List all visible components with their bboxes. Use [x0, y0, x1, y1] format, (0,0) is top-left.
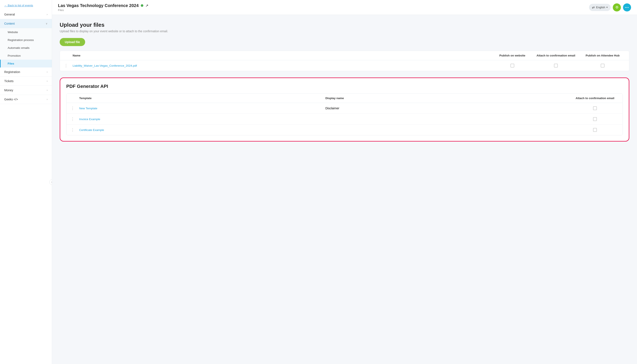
- publish-hub-checkbox-cell: [580, 64, 625, 68]
- chevron-right-icon: ›: [47, 89, 48, 92]
- sidebar-item-tickets[interactable]: Tickets ›: [0, 76, 52, 86]
- event-title-text: Las Vegas Technology Conference 2024: [58, 3, 139, 8]
- table-row: ⋮ Certificate Example: [67, 124, 622, 135]
- col-template-header: Template: [79, 96, 326, 100]
- sidebar-item-registration-process[interactable]: Registration process: [0, 36, 52, 44]
- row-menu-icon[interactable]: ⋮: [71, 128, 79, 132]
- sidebar-item-registration-label: Registration: [4, 70, 20, 74]
- sidebar-item-geeks[interactable]: Geeks </> ›: [0, 95, 52, 104]
- pdf-table-header: Template Display name Attach to confirma…: [67, 94, 622, 103]
- pdf-attach-email-checkbox[interactable]: [593, 128, 597, 132]
- gear-icon: ⚙: [615, 5, 618, 10]
- sidebar-item-geeks-label: Geeks </>: [4, 98, 18, 101]
- settings-button[interactable]: ⚙: [613, 4, 621, 12]
- language-selector-button[interactable]: ⇄ English ▾: [589, 4, 611, 11]
- sidebar: ← Back to list of events ❮ General › Con…: [0, 0, 52, 364]
- publish-website-checkbox-cell: [493, 64, 531, 68]
- col-publish-hub-header: Publish on Attendee Hub: [580, 54, 625, 57]
- publish-website-checkbox[interactable]: [510, 64, 514, 68]
- template-link[interactable]: Certificate Example: [79, 128, 326, 132]
- files-table-header: Name Publish on website Attach to confir…: [60, 51, 629, 60]
- row-menu-icon[interactable]: ⋮: [71, 106, 79, 110]
- chevron-right-icon: ›: [47, 13, 48, 16]
- chevron-down-icon: ∨: [46, 22, 48, 25]
- sidebar-item-files[interactable]: Files: [0, 60, 52, 68]
- pdf-attach-email-checkbox[interactable]: [593, 106, 597, 110]
- chevron-right-icon: ›: [47, 70, 48, 74]
- sidebar-collapse-button[interactable]: ❮: [49, 179, 52, 185]
- display-name-text: Disclaimer: [326, 106, 572, 110]
- page-content: Upload your files Upload files to displa…: [52, 15, 637, 364]
- chevron-right-icon: ›: [47, 80, 48, 82]
- col-attach-email-header: Attach to confirmation email: [572, 96, 618, 100]
- pdf-attach-email-checkbox-cell: [572, 106, 618, 110]
- publish-hub-checkbox[interactable]: [601, 64, 604, 68]
- sidebar-item-automatic-emails[interactable]: Automatic emails: [0, 44, 52, 52]
- sidebar-item-tickets-label: Tickets: [4, 80, 14, 83]
- topbar-actions: ⇄ English ▾ ⚙ •••: [589, 4, 631, 12]
- event-title: Las Vegas Technology Conference 2024 ↗: [58, 3, 148, 8]
- pdf-attach-email-checkbox-cell: [572, 128, 618, 132]
- row-menu-icon[interactable]: ⋮: [71, 117, 79, 122]
- sidebar-item-general-label: General: [4, 13, 15, 16]
- sidebar-content-children: Website Registration process Automatic e…: [0, 28, 52, 68]
- file-name-link[interactable]: Liability_Waiver_Las-Vegas_Conference_20…: [73, 64, 493, 67]
- external-link-icon[interactable]: ↗: [146, 4, 148, 8]
- more-options-button[interactable]: •••: [623, 4, 631, 12]
- sidebar-item-promotion[interactable]: Promotion: [0, 52, 52, 60]
- pdf-attach-email-checkbox[interactable]: [593, 117, 597, 121]
- table-row: ⋮ Invoice Example: [67, 114, 622, 124]
- files-table: Name Publish on website Attach to confir…: [60, 51, 629, 71]
- pdf-generator-section: PDF Generator API Template Display name …: [60, 78, 629, 142]
- translate-icon: ⇄: [592, 6, 595, 9]
- template-link[interactable]: New Template: [79, 107, 326, 110]
- sidebar-item-registration[interactable]: Registration ›: [0, 68, 52, 76]
- back-to-events-link[interactable]: ← Back to list of events: [0, 0, 52, 10]
- page-title: Upload your files: [60, 22, 629, 28]
- sidebar-item-website[interactable]: Website: [0, 28, 52, 36]
- chevron-down-icon: ▾: [606, 6, 608, 9]
- pdf-table: Template Display name Attach to confirma…: [66, 94, 623, 136]
- sidebar-item-money[interactable]: Money ›: [0, 86, 52, 95]
- col-attach-email-header: Attach to confirmation email: [531, 54, 580, 57]
- col-publish-website-header: Publish on website: [493, 54, 531, 57]
- chevron-right-icon: ›: [47, 98, 48, 101]
- topbar-left: Las Vegas Technology Conference 2024 ↗ F…: [58, 3, 148, 12]
- sidebar-item-content[interactable]: Content ∨: [0, 19, 52, 28]
- upload-file-button[interactable]: Upload file: [60, 38, 85, 46]
- status-active-dot: [141, 4, 143, 7]
- dots-icon: •••: [625, 6, 629, 9]
- row-menu-icon[interactable]: ⋮: [64, 63, 73, 68]
- col-actions-header: [64, 54, 73, 57]
- sidebar-item-content-label: Content: [4, 22, 15, 25]
- breadcrumb: Files: [58, 8, 148, 12]
- topbar: Las Vegas Technology Conference 2024 ↗ F…: [52, 0, 637, 15]
- main-area: Las Vegas Technology Conference 2024 ↗ F…: [52, 0, 637, 364]
- sidebar-item-general[interactable]: General ›: [0, 10, 52, 19]
- pdf-attach-email-checkbox-cell: [572, 117, 618, 121]
- pdf-section-title: PDF Generator API: [66, 84, 623, 89]
- sidebar-item-money-label: Money: [4, 88, 13, 92]
- template-link[interactable]: Invoice Example: [79, 118, 326, 121]
- page-description: Upload files to display on your event we…: [60, 30, 629, 33]
- table-row: ⋮ Liability_Waiver_Las-Vegas_Conference_…: [60, 60, 629, 71]
- col-actions-header: [71, 96, 79, 100]
- col-displayname-header: Display name: [326, 96, 572, 100]
- attach-email-checkbox[interactable]: [554, 64, 558, 68]
- col-name-header: Name: [73, 54, 493, 57]
- attach-email-checkbox-cell: [531, 64, 580, 68]
- table-row: ⋮ New Template Disclaimer: [67, 103, 622, 114]
- language-label: English: [596, 6, 605, 9]
